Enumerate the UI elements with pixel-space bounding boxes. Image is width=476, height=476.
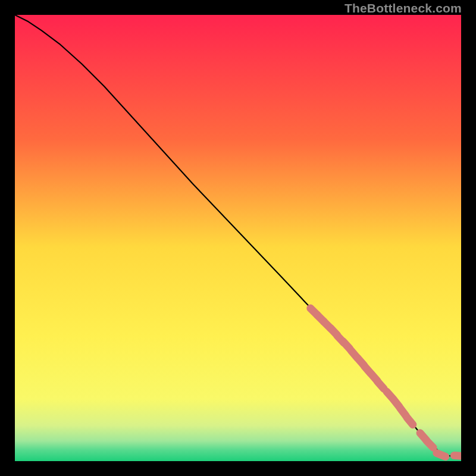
gradient-background (15, 15, 461, 461)
chart-frame: TheBottleneck.com (0, 0, 476, 476)
highlight-dot (407, 417, 413, 424)
plot-area (15, 15, 461, 461)
highlight-dot (454, 456, 461, 456)
highlight-dot (437, 453, 446, 457)
chart-svg (15, 15, 461, 461)
highlight-dot (427, 441, 433, 447)
highlight-dot (378, 382, 384, 389)
watermark-text: TheBottleneck.com (345, 1, 462, 15)
